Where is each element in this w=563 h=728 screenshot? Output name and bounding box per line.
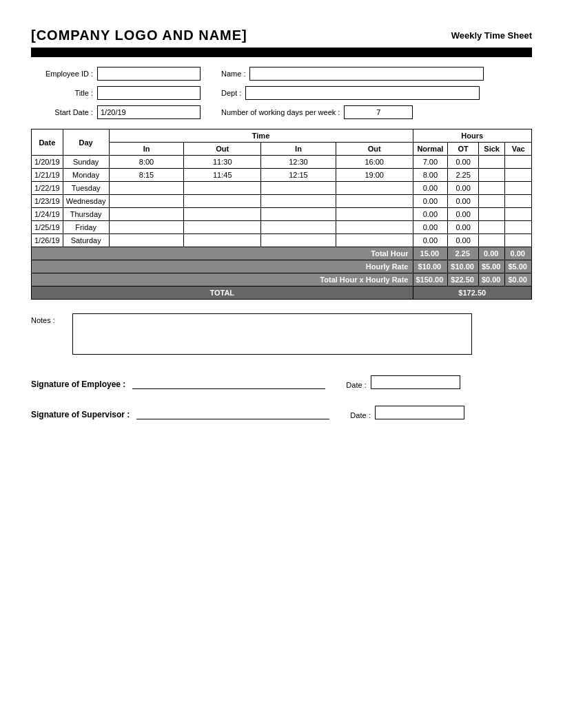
cell-in1[interactable] [109,182,184,195]
header-bar [31,48,532,57]
notes-section: Notes : [31,313,532,355]
title-input[interactable] [97,86,201,100]
col-ot: OT [448,143,479,156]
table-row: 1/21/19 Monday 8.00 2.25 [32,169,532,182]
cell-in1[interactable] [109,234,184,247]
cell-day: Friday [63,221,109,234]
employee-id-input[interactable] [97,67,201,81]
cell-normal: 0.00 [413,221,448,234]
cell-in1[interactable] [109,208,184,221]
cell-out1[interactable] [184,208,261,221]
supervisor-sig-label: Signature of Supervisor : [31,410,130,419]
cell-day: Sunday [63,156,109,169]
start-date-input[interactable] [97,105,201,119]
cell-in1[interactable] [109,221,184,234]
hourly-rate-sick: $5.00 [478,260,505,273]
col-in2: In [261,143,336,156]
col-out1: Out [184,143,261,156]
col-out2: Out [336,143,413,156]
cell-in1[interactable] [109,156,184,169]
employee-date-input[interactable] [371,375,460,389]
cell-out1[interactable] [184,182,261,195]
grand-total-label: TOTAL [32,287,413,300]
table-header-row-1: Date Day Time Hours [32,129,532,143]
cell-normal: 7.00 [413,156,448,169]
cell-in1[interactable] [109,169,184,182]
cell-out2[interactable] [336,156,413,169]
supervisor-date-label: Date : [350,411,370,419]
total-hr-normal: $150.00 [413,273,448,287]
start-date-row: Start Date : Number of working days per … [31,105,532,119]
hourly-rate-vac: $5.00 [505,260,532,273]
col-vac: Vac [505,143,532,156]
cell-sick [478,169,505,182]
cell-out2[interactable] [336,195,413,208]
cell-out2[interactable] [336,169,413,182]
hourly-rate-label: Hourly Rate [32,260,413,273]
cell-in2[interactable] [261,221,336,234]
cell-in1[interactable] [109,195,184,208]
cell-in2[interactable] [261,234,336,247]
hourly-rate-ot: $10.00 [448,260,479,273]
col-day: Day [63,129,109,156]
total-hour-ot: 2.25 [448,247,479,260]
signature-section: Signature of Employee : Date : Signature… [31,375,532,419]
start-date-label: Start Date : [31,108,93,116]
total-hour-rate-row: Total Hour x Hourly Rate $150.00 $22.50 … [32,273,532,287]
total-hr-ot: $22.50 [448,273,479,287]
cell-vac [505,169,532,182]
cell-in2[interactable] [261,208,336,221]
cell-date: 1/23/19 [32,195,63,208]
name-input[interactable] [249,67,484,81]
title-label: Title : [31,89,93,97]
page-header: [COMPANY LOGO AND NAME] Weekly Time Shee… [31,28,532,43]
dept-section: Dept : [221,86,480,100]
sheet-title: Weekly Time Sheet [451,30,532,41]
company-name: [COMPANY LOGO AND NAME] [31,28,247,43]
cell-sick [478,234,505,247]
working-days-input[interactable] [344,105,413,119]
cell-out1[interactable] [184,195,261,208]
cell-out2[interactable] [336,221,413,234]
cell-in2[interactable] [261,169,336,182]
cell-day: Monday [63,169,109,182]
total-hr-vac: $0.00 [505,273,532,287]
cell-out1[interactable] [184,221,261,234]
cell-date: 1/26/19 [32,234,63,247]
cell-out2[interactable] [336,234,413,247]
employee-sig-row: Signature of Employee : Date : [31,375,532,389]
cell-vac [505,208,532,221]
col-sick: Sick [478,143,505,156]
dept-label: Dept : [221,89,241,97]
dept-input[interactable] [245,86,480,100]
total-hour-vac: 0.00 [505,247,532,260]
cell-day: Wednesday [63,195,109,208]
supervisor-date-input[interactable] [375,406,464,419]
cell-out1[interactable] [184,156,261,169]
cell-vac [505,221,532,234]
grand-total-value: $172.50 [413,287,532,300]
table-row: 1/24/19 Thursday 0.00 0.00 [32,208,532,221]
cell-in2[interactable] [261,182,336,195]
cell-out2[interactable] [336,182,413,195]
table-row: 1/22/19 Tuesday 0.00 0.00 [32,182,532,195]
col-date: Date [32,129,63,156]
cell-date: 1/22/19 [32,182,63,195]
col-time-group: Time [109,129,413,143]
total-hour-sick: 0.00 [478,247,505,260]
employee-date-label: Date : [346,381,366,389]
cell-normal: 0.00 [413,234,448,247]
cell-out1[interactable] [184,234,261,247]
cell-vac [505,195,532,208]
working-days-label: Number of working days per week : [221,108,340,116]
cell-in2[interactable] [261,195,336,208]
cell-out2[interactable] [336,208,413,221]
table-row: 1/26/19 Saturday 0.00 0.00 [32,234,532,247]
cell-sick [478,208,505,221]
cell-in2[interactable] [261,156,336,169]
cell-out1[interactable] [184,169,261,182]
notes-box[interactable] [72,313,472,355]
col-in1: In [109,143,184,156]
col-hours-group: Hours [413,129,532,143]
cell-day: Thursday [63,208,109,221]
